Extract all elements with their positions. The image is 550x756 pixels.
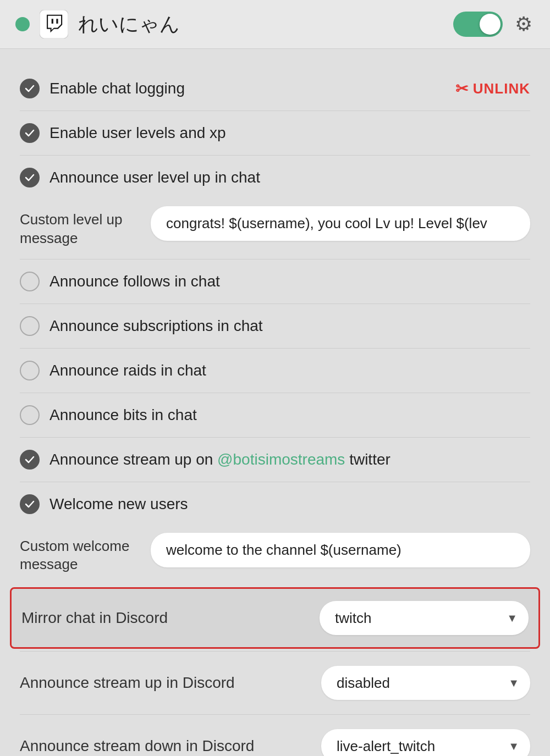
announce-stream-up-row: Announce stream up on @botisimostreams t… xyxy=(20,440,530,479)
divider-4 xyxy=(20,303,530,304)
announce-discord-up-select-wrapper: disabled twitch live-alert_twitch ▼ xyxy=(321,666,530,700)
announce-subscriptions-label: Announce subscriptions in chat xyxy=(50,317,530,335)
divider-5 xyxy=(20,348,530,349)
enable-chat-logging-checkbox[interactable] xyxy=(20,79,40,98)
welcome-new-users-label: Welcome new users xyxy=(50,495,530,513)
welcome-new-users-row: Welcome new users xyxy=(20,484,530,524)
settings-button[interactable]: ⚙ xyxy=(513,10,535,38)
divider-6 xyxy=(20,393,530,393)
enable-user-levels-checkbox[interactable] xyxy=(20,123,40,143)
divider-1 xyxy=(20,111,530,111)
announce-stream-up-checkbox[interactable] xyxy=(20,450,40,470)
page-title: れいにゃん xyxy=(78,11,443,38)
settings-content: Enable chat logging ✂ UNLINK Enable user… xyxy=(0,49,550,756)
mirror-chat-select-wrapper: twitch disabled ▼ xyxy=(320,601,529,635)
announce-level-up-checkbox[interactable] xyxy=(20,168,40,187)
announce-raids-checkbox[interactable] xyxy=(20,361,40,380)
mirror-chat-label: Mirror chat in Discord xyxy=(21,609,168,627)
custom-welcome-input[interactable] xyxy=(151,533,530,567)
svg-rect-2 xyxy=(56,19,58,24)
twitter-handle[interactable]: @botisimostreams xyxy=(217,451,345,468)
announce-follows-label: Announce follows in chat xyxy=(50,273,530,290)
announce-discord-up-label: Announce stream up in Discord xyxy=(20,674,235,692)
divider-3 xyxy=(20,259,530,260)
announce-discord-down-select[interactable]: live-alert_twitch disabled twitch xyxy=(321,729,530,756)
announce-stream-up-label: Announce stream up on @botisimostreams t… xyxy=(50,451,530,468)
header: れいにゃん ⚙ xyxy=(0,0,550,49)
custom-welcome-row: Custom welcome message xyxy=(20,524,530,583)
announce-follows-row: Announce follows in chat xyxy=(20,262,530,301)
announce-subscriptions-row: Announce subscriptions in chat xyxy=(20,306,530,346)
svg-rect-1 xyxy=(52,19,53,24)
divider-discord-2 xyxy=(20,714,530,715)
announce-discord-up-select[interactable]: disabled twitch live-alert_twitch xyxy=(321,666,530,700)
announce-discord-down-label: Announce stream down in Discord xyxy=(20,737,254,755)
announce-discord-up-row: Announce stream up in Discord disabled t… xyxy=(20,654,530,712)
custom-level-up-input[interactable] xyxy=(151,206,530,241)
announce-level-up-label: Announce user level up in chat xyxy=(50,169,530,186)
status-dot xyxy=(15,17,30,31)
custom-level-up-label: Custom level up message xyxy=(20,206,141,248)
enable-user-levels-label: Enable user levels and xp xyxy=(50,124,530,142)
enable-toggle[interactable] xyxy=(453,12,503,37)
discord-section: Mirror chat in Discord twitch disabled ▼… xyxy=(20,587,530,756)
divider-7 xyxy=(20,437,530,438)
announce-raids-label: Announce raids in chat xyxy=(50,362,530,379)
announce-discord-down-row: Announce stream down in Discord live-ale… xyxy=(20,717,530,756)
unlink-label: UNLINK xyxy=(473,80,530,97)
enable-chat-logging-label: Enable chat logging xyxy=(50,80,446,97)
divider-8 xyxy=(20,482,530,482)
custom-level-up-row: Custom level up message xyxy=(20,197,530,257)
announce-bits-checkbox[interactable] xyxy=(20,405,40,425)
unlink-button[interactable]: ✂ UNLINK xyxy=(455,80,530,98)
announce-follows-checkbox[interactable] xyxy=(20,272,40,291)
welcome-new-users-checkbox[interactable] xyxy=(20,494,40,514)
announce-discord-down-select-wrapper: live-alert_twitch disabled twitch ▼ xyxy=(321,729,530,756)
enable-chat-logging-row: Enable chat logging ✂ UNLINK xyxy=(20,69,530,108)
twitch-icon xyxy=(40,10,68,38)
announce-bits-row: Announce bits in chat xyxy=(20,395,530,435)
custom-welcome-label: Custom welcome message xyxy=(20,533,141,575)
mirror-chat-row: Mirror chat in Discord twitch disabled ▼ xyxy=(10,587,540,649)
unlink-icon: ✂ xyxy=(455,80,469,98)
announce-raids-row: Announce raids in chat xyxy=(20,351,530,390)
announce-bits-label: Announce bits in chat xyxy=(50,406,530,424)
enable-user-levels-row: Enable user levels and xp xyxy=(20,113,530,153)
announce-subscriptions-checkbox[interactable] xyxy=(20,316,40,336)
divider-2 xyxy=(20,155,530,156)
mirror-chat-select[interactable]: twitch disabled xyxy=(320,601,529,635)
announce-level-up-row: Announce user level up in chat xyxy=(20,158,530,197)
divider-discord-1 xyxy=(20,651,530,652)
